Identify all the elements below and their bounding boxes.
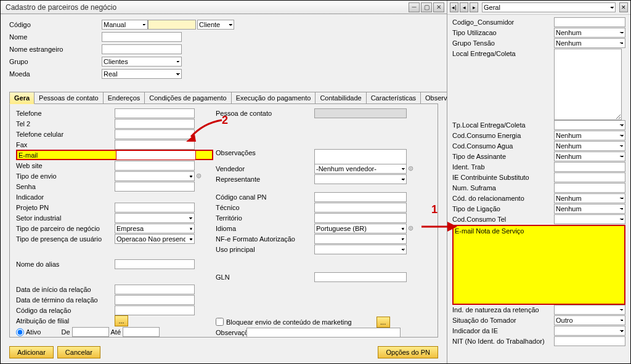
codigo-search-input[interactable] [148, 20, 196, 30]
pessoa-contato-input[interactable] [314, 108, 407, 118]
uso-princ-dd[interactable] [314, 245, 407, 254]
data-inicio-input[interactable] [115, 285, 195, 294]
nav-first-button[interactable]: ◂| [450, 2, 458, 12]
tipo-assinante-dd[interactable]: Nenhum [554, 152, 625, 161]
cod-energia-dd[interactable]: Nenhum [554, 131, 625, 140]
cod-cons-input[interactable] [554, 17, 625, 27]
sit-tomador-dd[interactable]: Outro [554, 315, 625, 325]
codigo-cliente-dd[interactable]: Cliente [197, 20, 234, 30]
close-button[interactable]: ✕ [433, 2, 444, 12]
cod-canal-label: Código canal PN [216, 193, 314, 201]
email-nota-highlight: E-mail Nota de Serviço [452, 225, 625, 305]
projeto-pn-input[interactable] [115, 203, 195, 212]
ativo-radio[interactable] [16, 328, 24, 336]
tab-contabilidade[interactable]: Contabilidade [315, 92, 366, 103]
tab-cond-pagamento[interactable]: Condições de pagamento [144, 92, 231, 103]
vendedor-link-icon[interactable]: ⊜ [408, 164, 413, 172]
ident-trab-input[interactable] [554, 162, 625, 172]
nome-alias-input[interactable] [115, 259, 195, 269]
tecnico-input[interactable] [314, 203, 407, 212]
nav-next-button[interactable]: ▸ [470, 2, 478, 12]
tipo-util-dd[interactable]: Nenhum [554, 28, 625, 38]
maximize-button[interactable]: ▢ [421, 2, 432, 12]
cod-cons-label: Codigo_Consumidor [452, 17, 554, 26]
tipo-lig-label: Tipo de Ligação [452, 204, 554, 212]
ativo-radio-row: Ativo De Até [16, 327, 213, 337]
grupo-tensao-dd[interactable]: Nenhum [554, 38, 625, 48]
atrib-filial-button[interactable]: ... [115, 315, 128, 326]
nit-input[interactable] [554, 336, 625, 346]
codigo-type-dd[interactable]: Manual [102, 20, 148, 30]
bloq-mkt-btn[interactable]: ... [377, 317, 390, 328]
cod-tel-label: Cod.Consumo Tel [452, 214, 554, 223]
website-label: Web site [16, 162, 115, 169]
tab-exec-pagamento[interactable]: Execução do pagamento [231, 92, 316, 103]
cod-tel-dd[interactable] [554, 214, 625, 224]
vendedor-dd[interactable]: -Nenhum vendedor- [314, 164, 407, 174]
website-input[interactable] [115, 161, 195, 171]
cod-relac-label: Cód. do relacionamento [452, 193, 554, 202]
link-icon[interactable]: ⊜ [196, 172, 202, 180]
telefone-input[interactable] [115, 108, 195, 118]
grupo-dd[interactable]: Clientes [102, 57, 182, 67]
cod-rel-input[interactable] [115, 305, 195, 315]
right-close-button[interactable]: ✕ [619, 2, 628, 12]
tp-local-dd[interactable] [554, 120, 625, 130]
callout-1-number: 1 [431, 203, 438, 216]
cod-agua-dd[interactable]: Nenhum [554, 141, 625, 151]
representante-dd[interactable] [314, 174, 407, 184]
ind-nat-dd[interactable] [554, 305, 625, 315]
minimize-button[interactable]: ─ [409, 2, 420, 12]
right-title-dd[interactable]: Geral [482, 2, 616, 12]
tipo-pres-label: Tipo de presença de usuário [16, 235, 115, 243]
de-input[interactable] [72, 327, 109, 337]
bloq-mkt-checkbox[interactable] [216, 318, 224, 326]
opcoes-pn-button[interactable]: Opções do PN [378, 346, 438, 358]
adicionar-button[interactable]: Adicionar [9, 346, 54, 358]
cod-canal-input[interactable] [314, 192, 407, 202]
obs-mini-input[interactable] [246, 328, 401, 338]
inativo-radio-row: Inativo [16, 337, 213, 338]
idioma-link-icon[interactable]: ⊜ [408, 224, 413, 232]
nav-prev-button[interactable]: ◂ [460, 2, 468, 12]
ie-contrib-input[interactable] [554, 172, 625, 182]
tipo-parc-dd[interactable]: Empresa [115, 224, 195, 233]
tipo-lig-dd[interactable]: Nenhum [554, 204, 625, 214]
tel-celular-input[interactable] [115, 129, 195, 139]
tipo-assinante-label: Tipo de Assinante [452, 152, 554, 160]
data-term-label: Data de término da relação [16, 296, 115, 304]
tipo-pres-dd[interactable]: Operacao Nao presencial - O [115, 234, 195, 244]
nome-estrangeiro-input[interactable] [102, 44, 182, 54]
num-suframa-input[interactable] [554, 183, 625, 193]
tel2-input[interactable] [115, 119, 195, 129]
tab-geral[interactable]: Gera [9, 92, 35, 104]
nome-input[interactable] [102, 32, 182, 42]
senha-input[interactable] [115, 182, 195, 192]
moeda-dd[interactable]: Real [102, 69, 182, 79]
right-panel-header: ◂| ◂ ▸ Geral ✕ [447, 1, 630, 15]
idioma-label: Idioma [216, 225, 314, 232]
nome-estr-label: Nome estrangeiro [9, 46, 102, 53]
nf-autoriz-label: NF-e Formato Autorização [216, 235, 314, 243]
nf-autoriz-dd[interactable] [314, 234, 407, 244]
inativo-label: Inativo [26, 338, 46, 338]
inativo-radio[interactable] [16, 337, 24, 338]
tab-caracteristicas[interactable]: Características [366, 92, 421, 103]
ate-input[interactable] [123, 327, 160, 337]
ind-ie-dd[interactable] [554, 326, 625, 336]
tab-pessoas-contato[interactable]: Pessoas de contato [34, 92, 104, 103]
email-input[interactable] [116, 150, 196, 160]
tipo-envio-dd[interactable] [115, 171, 195, 181]
data-term-input[interactable] [115, 295, 195, 305]
idioma-dd[interactable]: Portuguese (BR) [314, 224, 407, 233]
senha-label: Senha [16, 183, 115, 190]
fax-input[interactable] [115, 140, 195, 150]
local-entrega-textarea[interactable] [554, 49, 622, 120]
bottom-bar: Adicionar Cancelar Opções do PN [1, 341, 447, 363]
tab-enderecos[interactable]: Endereços [103, 92, 145, 103]
gln-input[interactable] [314, 272, 407, 282]
territorio-input[interactable] [314, 213, 407, 223]
setor-dd[interactable] [115, 213, 195, 223]
cod-relac-dd[interactable]: Nenhum [554, 193, 625, 203]
cancelar-button[interactable]: Cancelar [57, 346, 100, 358]
